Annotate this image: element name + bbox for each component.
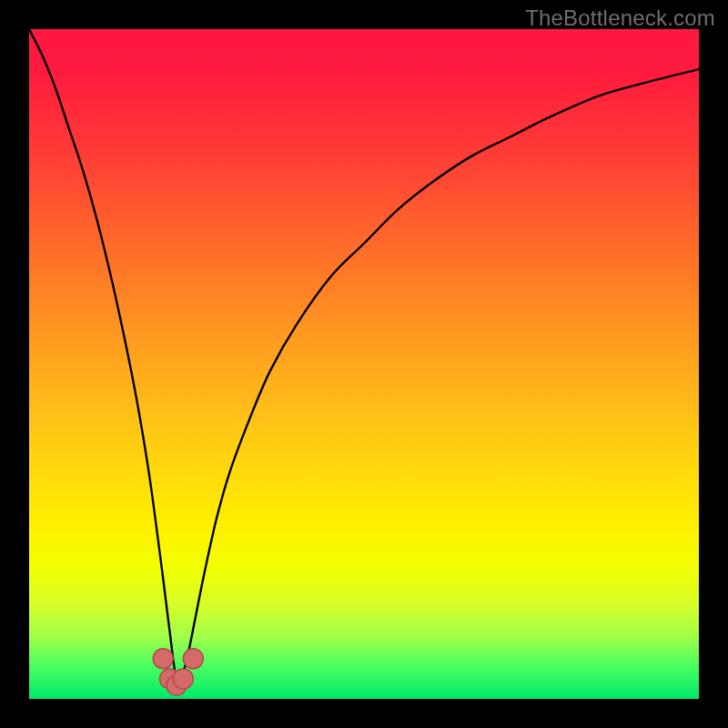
min-marker [173,669,193,689]
min-marker [183,649,203,669]
plot-area [29,29,699,699]
min-marker [153,649,173,669]
curve-layer [29,29,699,699]
chart-frame: TheBottleneck.com [0,0,728,728]
minimum-markers [153,649,203,695]
bottleneck-curve [29,29,699,682]
watermark-label: TheBottleneck.com [525,5,715,31]
